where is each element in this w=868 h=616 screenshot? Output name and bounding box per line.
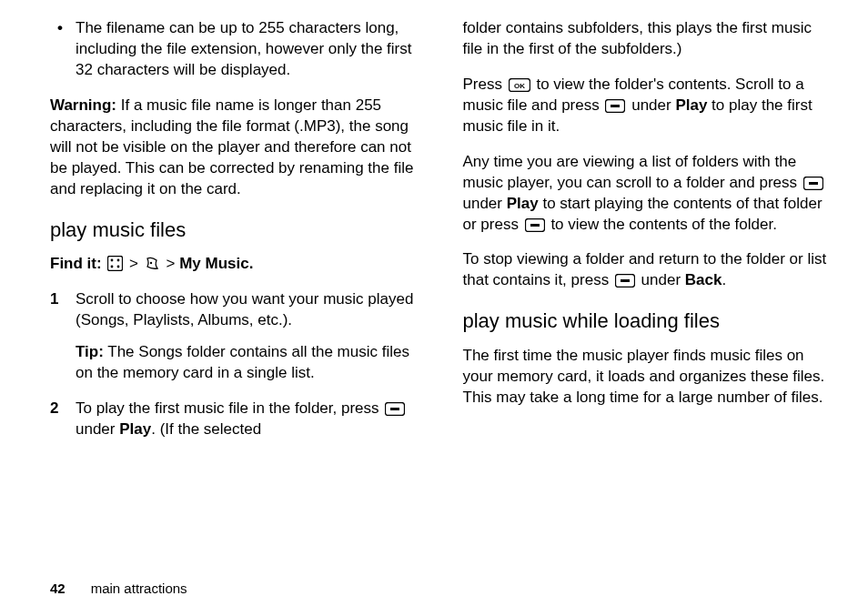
warning-label: Warning: <box>50 96 116 114</box>
svg-rect-7 <box>390 408 399 410</box>
step-number: 1 <box>50 289 76 331</box>
bullet-marker: • <box>50 18 76 81</box>
svg-point-4 <box>117 266 120 268</box>
text: Any time you are viewing a list of folde… <box>463 153 802 191</box>
bullet-text: The filename can be up to 255 characters… <box>76 18 419 81</box>
svg-rect-11 <box>611 105 620 107</box>
heading-play-music-files: play music files <box>50 217 419 244</box>
step-number: 2 <box>50 399 76 440</box>
paragraph: Any time you are viewing a list of folde… <box>463 152 833 236</box>
svg-point-5 <box>150 262 152 264</box>
heading-play-while-loading: play music while loading files <box>463 308 833 335</box>
play-label: Play <box>507 195 539 212</box>
svg-rect-17 <box>621 279 630 282</box>
paragraph: To stop viewing a folder and return to t… <box>463 249 833 291</box>
step-text: Scroll to choose how you want your music… <box>76 289 419 331</box>
tip-label: Tip: <box>76 343 104 360</box>
step-text: To play the first music file in the fold… <box>76 399 419 440</box>
findit-sep1: > <box>129 255 143 272</box>
warning-paragraph: Warning: If a music file name is longer … <box>50 96 419 200</box>
menu-grid-icon <box>107 256 123 271</box>
text: . (If the selected <box>151 420 261 438</box>
right-column: folder contains subfolders, this plays t… <box>463 18 833 560</box>
text: under <box>631 96 675 114</box>
play-label: Play <box>119 420 151 438</box>
svg-rect-13 <box>809 182 818 185</box>
svg-rect-0 <box>108 257 123 271</box>
softkey-icon <box>803 177 823 190</box>
paragraph: The first time the music player finds mu… <box>463 346 833 409</box>
text: Press <box>463 76 507 93</box>
softkey-icon <box>605 99 625 113</box>
softkey-icon <box>615 274 635 288</box>
find-it-label: Find it: <box>50 255 106 272</box>
continuation-paragraph: folder contains subfolders, this plays t… <box>463 18 833 60</box>
softkey-icon <box>525 218 545 232</box>
svg-point-2 <box>117 259 120 262</box>
paragraph: Press OK to view the folder's contents. … <box>463 75 833 137</box>
step-2: 2 To play the first music file in the fo… <box>50 399 419 440</box>
text: To play the first music file in the fold… <box>76 399 383 417</box>
bullet-item: • The filename can be up to 255 characte… <box>50 18 419 81</box>
multimedia-icon <box>145 256 160 271</box>
step-1: 1 Scroll to choose how you want your mus… <box>50 289 419 331</box>
back-label: Back <box>685 271 722 288</box>
text: under <box>76 420 119 438</box>
findit-sep2: > <box>167 255 180 272</box>
text: under <box>641 271 685 288</box>
ok-key-icon: OK <box>509 78 530 92</box>
tip-paragraph: Tip: The Songs folder contains all the m… <box>76 342 419 384</box>
text: under <box>463 195 507 212</box>
tip-text: The Songs folder contains all the music … <box>76 343 409 381</box>
text: . <box>722 271 726 288</box>
findit-target: My Music. <box>179 255 253 272</box>
text: to view the contents of the folder. <box>550 216 777 233</box>
svg-rect-15 <box>530 224 540 227</box>
svg-point-3 <box>111 266 114 268</box>
find-it-line: Find it: > > My Music. <box>50 254 419 275</box>
page-number: 42 <box>50 581 66 596</box>
section-name: main attractions <box>91 581 187 596</box>
softkey-icon <box>385 402 405 416</box>
svg-text:OK: OK <box>514 82 525 90</box>
left-column: • The filename can be up to 255 characte… <box>50 18 419 560</box>
play-label: Play <box>675 96 707 114</box>
svg-point-1 <box>111 259 114 262</box>
page-footer: 42main attractions <box>50 581 187 596</box>
